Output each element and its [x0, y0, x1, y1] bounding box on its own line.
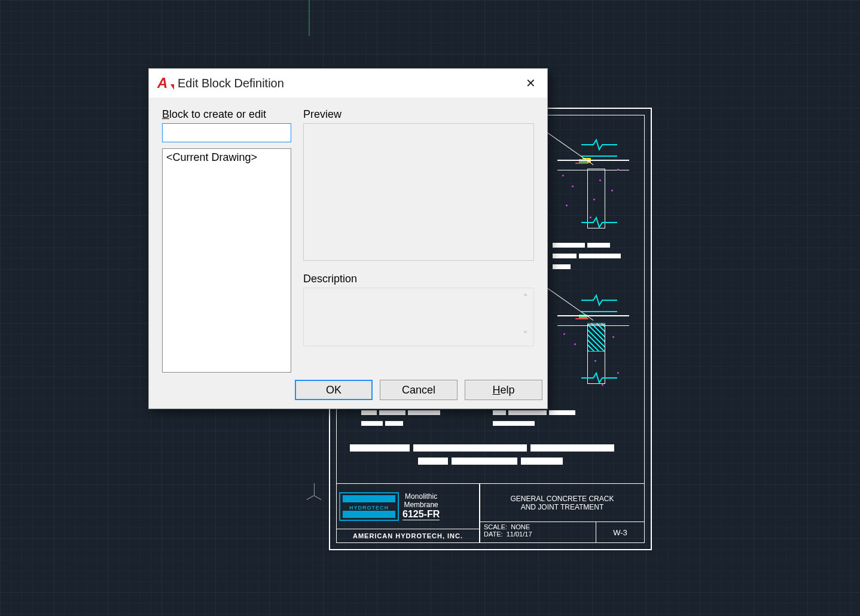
hydrotech-logo: HYDROTECH: [339, 492, 399, 521]
product-line2: Membrane: [402, 501, 440, 509]
scale-label: SCALE:: [484, 523, 507, 530]
product-code: 6125-FR: [402, 509, 440, 520]
block-name-input[interactable]: [162, 123, 291, 142]
drawing-labels: [492, 408, 577, 429]
cancel-button[interactable]: Cancel: [380, 380, 458, 400]
title-block: HYDROTECH Monolithic Membrane 6125-FR AM…: [336, 483, 645, 543]
detail-drawing-2: [557, 288, 629, 384]
description-label: Description: [303, 273, 534, 285]
sheet-number: W-3: [596, 522, 644, 542]
block-list[interactable]: <Current Drawing>: [162, 148, 291, 373]
drawing-note: [348, 443, 633, 469]
drawing-title-2: AND JOINT TREATMENT: [521, 503, 604, 511]
date-label: DATE:: [484, 530, 503, 538]
scale-value: NONE: [511, 523, 530, 530]
preview-area: [303, 123, 534, 261]
y-axis-indicator: [309, 0, 310, 36]
dialog-titlebar[interactable]: A Edit Block Definition ✕: [149, 69, 547, 97]
preview-label: Preview: [303, 108, 534, 121]
description-textarea[interactable]: [304, 288, 517, 346]
close-icon[interactable]: ✕: [519, 71, 542, 95]
list-item[interactable]: <Current Drawing>: [165, 151, 288, 164]
ok-button[interactable]: OK: [295, 380, 373, 400]
drawing-title-1: GENERAL CONCRETE CRACK: [511, 495, 614, 503]
autocad-app-icon: A: [157, 75, 173, 92]
drawing-labels: [551, 240, 622, 273]
help-button[interactable]: Help: [465, 380, 542, 400]
company-name: AMERICAN HYDROTECH, INC.: [337, 529, 479, 542]
drawing-labels: [360, 408, 441, 429]
scroll-down-icon[interactable]: ˅: [523, 329, 528, 342]
edit-block-definition-dialog: A Edit Block Definition ✕ Block to creat…: [148, 68, 548, 409]
scroll-up-icon[interactable]: ˄: [523, 292, 528, 305]
dialog-title: Edit Block Definition: [178, 77, 519, 90]
date-value: 11/01/17: [507, 530, 532, 538]
description-scrollbar[interactable]: ˄ ˅: [517, 288, 533, 346]
ucs-icon: [308, 483, 332, 507]
detail-drawing-1: [557, 133, 629, 228]
block-name-label: Block to create or edit: [162, 108, 291, 121]
product-line1: Monolithic: [402, 492, 440, 501]
